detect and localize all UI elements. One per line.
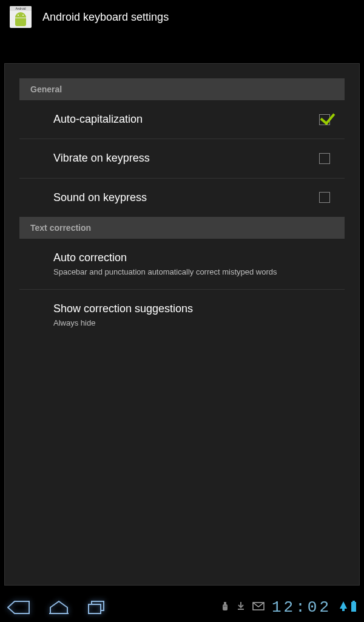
battery-icon[interactable] [351,600,357,615]
checkbox-auto-capitalization[interactable] [319,114,330,125]
status-clock[interactable]: 12:02 [272,598,331,617]
svg-rect-8 [342,609,345,611]
row-title: Show correction suggestions [53,302,330,316]
row-subtitle: Always hide [53,318,330,329]
svg-rect-2 [223,604,228,610]
wifi-icon[interactable] [339,600,348,615]
row-auto-capitalization[interactable]: Auto-capitalization [19,100,345,139]
page-title: Android keyboard settings [42,11,169,24]
row-show-correction-suggestions[interactable]: Show correction suggestions Always hide [19,290,345,340]
svg-point-5 [226,606,227,607]
row-title: Auto correction [53,251,330,265]
svg-rect-9 [351,602,356,612]
back-button[interactable] [7,600,30,615]
download-icon[interactable] [237,601,245,614]
svg-rect-1 [89,604,101,613]
svg-rect-10 [352,601,355,602]
checkbox-vibrate[interactable] [319,153,330,164]
row-subtitle: Spacebar and punctuation automatically c… [53,267,330,278]
system-navbar: 12:02 [0,593,364,622]
settings-panel: General Auto-capitalization Vibrate on k… [4,63,360,586]
row-sound-on-keypress[interactable]: Sound on keypress [19,179,345,217]
app-header: Android keyboard settings [0,0,364,34]
row-title: Sound on keypress [53,191,319,205]
row-title: Vibrate on keypress [53,151,319,165]
row-vibrate-on-keypress[interactable]: Vibrate on keypress [19,139,345,178]
home-button[interactable] [49,600,69,615]
section-header-general: General [19,78,345,100]
row-auto-correction[interactable]: Auto correction Spacebar and punctuation… [19,239,345,290]
checkbox-sound[interactable] [319,192,330,203]
svg-rect-3 [224,602,226,604]
usb-debug-icon[interactable] [221,601,229,614]
section-header-text-correction: Text correction [19,217,345,239]
recent-apps-button[interactable] [87,600,106,615]
row-title: Auto-capitalization [53,112,319,126]
svg-point-4 [224,606,225,607]
android-app-icon [10,6,32,28]
mail-icon[interactable] [252,602,265,613]
